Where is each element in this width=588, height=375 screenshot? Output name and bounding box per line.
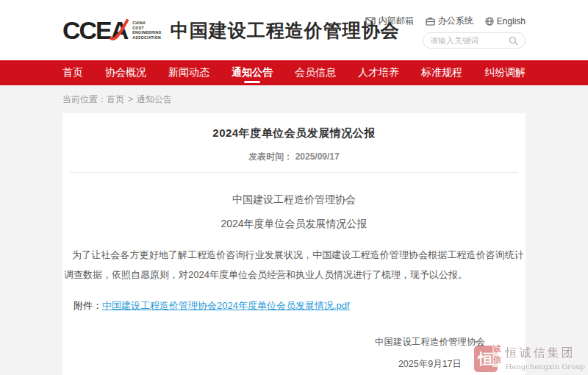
search-input[interactable] xyxy=(430,36,503,45)
nav-item-training[interactable]: 人才培养 xyxy=(358,60,399,85)
signature-date: 2025年9月17日 xyxy=(375,358,485,371)
main-nav: 首页 协会概况 新闻动态 通知公告 会员信息 人才培养 标准规程 纠纷调解 xyxy=(0,60,588,85)
title-divider xyxy=(70,172,518,173)
signature-block: 中国建设工程造价管理协会 2025年9月17日 xyxy=(62,336,526,371)
article-body-title-line: 2024年度单位会员发展情况公报 xyxy=(62,218,526,231)
logo-red-swoosh-icon xyxy=(110,19,130,43)
search-box[interactable] xyxy=(423,32,526,49)
office-system-label: 办公系统 xyxy=(438,15,473,27)
breadcrumb-home-link[interactable]: 首页 xyxy=(107,94,124,104)
attachment-row: 附件：中国建设工程造价管理协会2024年度单位会员发展情况.pdf xyxy=(62,299,526,312)
internal-mail-link[interactable]: 内部邮箱 xyxy=(365,15,414,27)
office-system-link[interactable]: 办公系统 xyxy=(426,15,473,27)
breadcrumb-separator: > xyxy=(128,94,133,104)
office-icon xyxy=(426,17,435,26)
nav-item-notices[interactable]: 通知公告 xyxy=(232,60,273,85)
globe-icon xyxy=(485,17,494,26)
nav-item-about[interactable]: 协会概况 xyxy=(105,60,146,85)
header-utilities: 内部邮箱 办公系统 English xyxy=(365,15,526,49)
publish-time-value: 2025/09/17 xyxy=(295,151,340,162)
article-body-org-line: 中国建设工程造价管理协会 xyxy=(62,193,526,207)
mail-icon xyxy=(365,17,376,25)
ccea-acronym: CCEA xyxy=(62,18,127,43)
breadcrumb-prefix: 当前位置： xyxy=(62,94,107,104)
nav-item-mediation[interactable]: 纠纷调解 xyxy=(484,60,526,85)
logo-subtext-line: ASSOCIATION xyxy=(132,35,161,40)
nav-item-home[interactable]: 首页 xyxy=(62,60,83,85)
site-header: CCEA CHINA COST ENGINEERING ASSOCIATION … xyxy=(0,0,588,60)
quick-links: 内部邮箱 办公系统 English xyxy=(365,15,526,27)
article-meta: 发表时间： 2025/09/17 xyxy=(62,151,526,163)
attachment-pdf-link[interactable]: 中国建设工程造价管理协会2024年度单位会员发展情况.pdf xyxy=(102,300,350,311)
main-nav-inner: 首页 协会概况 新闻动态 通知公告 会员信息 人才培养 标准规程 纠纷调解 xyxy=(62,60,526,85)
publish-time-label: 发表时间： xyxy=(248,151,293,162)
article-title: 2024年度单位会员发展情况公报 xyxy=(62,126,526,140)
site-logo[interactable]: CCEA CHINA COST ENGINEERING ASSOCIATION … xyxy=(62,18,400,43)
nav-item-standards[interactable]: 标准规程 xyxy=(421,60,462,85)
signature-inner: 中国建设工程造价管理协会 2025年9月17日 xyxy=(375,336,485,371)
article-paragraph: 为了让社会各方更好地了解工程造价咨询行业发展状况，中国建设工程造价管理协会根据工… xyxy=(64,246,524,285)
search-icon[interactable] xyxy=(509,36,518,46)
nav-item-members[interactable]: 会员信息 xyxy=(295,60,336,85)
signature-org-name: 中国建设工程造价管理协会 xyxy=(375,336,485,349)
english-link[interactable]: English xyxy=(485,16,526,26)
nav-item-news[interactable]: 新闻动态 xyxy=(168,60,209,85)
article-card: 2024年度单位会员发展情况公报 发表时间： 2025/09/17 中国建设工程… xyxy=(62,113,526,375)
internal-mail-label: 内部邮箱 xyxy=(379,15,414,27)
logo-subtext: CHINA COST ENGINEERING ASSOCIATION xyxy=(132,21,161,40)
attachment-label: 附件： xyxy=(74,300,102,311)
breadcrumb-current: 通知公告 xyxy=(137,94,172,104)
breadcrumb: 当前位置：首页>通知公告 xyxy=(0,85,588,113)
english-label: English xyxy=(497,16,526,26)
